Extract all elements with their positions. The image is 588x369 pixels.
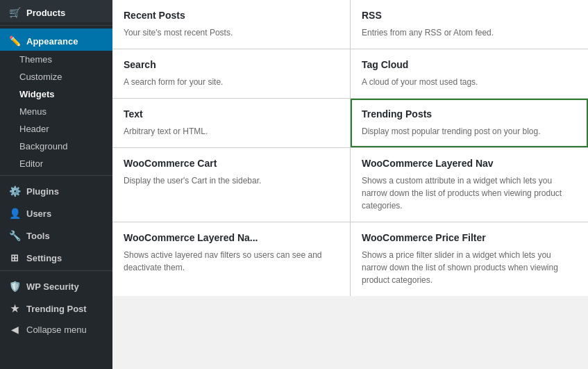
widget-title-woocommerce-layered-nav: WooCommerce Layered Nav <box>362 158 577 169</box>
sidebar-item-menus[interactable]: Menus <box>0 103 112 120</box>
sidebar-item-widgets[interactable]: Widgets <box>0 85 112 103</box>
settings-icon: ⊞ <box>8 252 21 263</box>
widget-card-recent-posts[interactable]: Recent Posts Your site's most recent Pos… <box>112 0 350 49</box>
widget-title-recent-posts: Recent Posts <box>124 10 339 21</box>
widget-desc-woocommerce-layered-nav: Shows a custom attribute in a widget whi… <box>362 174 577 212</box>
widget-card-search[interactable]: Search A search form for your site. <box>112 49 350 98</box>
sidebar-item-customize[interactable]: Customize <box>0 68 112 85</box>
widget-title-rss: RSS <box>362 10 577 21</box>
products-icon: 🛒 <box>8 7 21 18</box>
widget-desc-woocommerce-price-filter: Shows a price filter slider in a widget … <box>362 249 577 286</box>
widget-title-search: Search <box>124 59 339 70</box>
widget-desc-tag-cloud: A cloud of your most used tags. <box>362 76 577 88</box>
widget-card-trending-posts[interactable]: Trending Posts Display most popular tren… <box>351 99 588 147</box>
sidebar-item-users[interactable]: 👤 Users <box>0 201 112 223</box>
widget-card-text[interactable]: Text Arbitrary text or HTML. <box>112 99 350 147</box>
widget-desc-woocommerce-cart: Display the user's Cart in the sidebar. <box>124 174 339 187</box>
widget-desc-search: A search form for your site. <box>124 76 339 88</box>
sidebar-item-tools[interactable]: 🔧 Tools <box>0 223 112 245</box>
sidebar-item-appearance[interactable]: ✏️ Appearance <box>0 28 112 51</box>
widget-title-tag-cloud: Tag Cloud <box>362 59 577 70</box>
sidebar-item-products[interactable]: 🛒 Products <box>0 0 112 22</box>
sidebar-item-background[interactable]: Background <box>0 138 112 155</box>
main-content: Recent Posts Your site's most recent Pos… <box>112 0 588 369</box>
widget-card-woocommerce-price-filter[interactable]: WooCommerce Price Filter Shows a price f… <box>351 222 588 296</box>
widget-desc-rss: Entries from any RSS or Atom feed. <box>362 26 577 39</box>
widget-card-woocommerce-layered-na2[interactable]: WooCommerce Layered Na... Shows active l… <box>112 222 350 296</box>
widget-card-tag-cloud[interactable]: Tag Cloud A cloud of your most used tags… <box>351 49 588 98</box>
widget-card-rss[interactable]: RSS Entries from any RSS or Atom feed. <box>351 0 588 49</box>
sidebar-item-themes[interactable]: Themes <box>0 51 112 68</box>
widget-title-woocommerce-price-filter: WooCommerce Price Filter <box>362 232 577 243</box>
sidebar-item-settings[interactable]: ⊞ Settings <box>0 245 112 268</box>
sidebar-item-collapse-menu[interactable]: ◀ Collapse menu <box>0 318 112 341</box>
appearance-icon: ✏️ <box>8 35 21 47</box>
trending-icon: ★ <box>8 303 21 314</box>
tools-icon: 🔧 <box>8 230 21 241</box>
sidebar: 🛒 Products ✏️ Appearance Themes Customiz… <box>0 0 112 369</box>
widget-desc-recent-posts: Your site's most recent Posts. <box>124 26 339 39</box>
widget-title-text: Text <box>124 108 339 120</box>
users-icon: 👤 <box>8 208 21 219</box>
widget-card-woocommerce-layered-nav[interactable]: WooCommerce Layered Nav Shows a custom a… <box>351 148 588 222</box>
sidebar-item-editor[interactable]: Editor <box>0 155 112 172</box>
widget-desc-trending-posts: Display most popular trending post on yo… <box>362 125 577 138</box>
widget-title-trending-posts: Trending Posts <box>362 108 577 120</box>
security-icon: 🛡️ <box>8 281 21 292</box>
plugins-icon: ⚙️ <box>8 186 21 197</box>
widgets-grid: Recent Posts Your site's most recent Pos… <box>112 0 588 296</box>
widget-card-woocommerce-cart[interactable]: WooCommerce Cart Display the user's Cart… <box>112 148 350 222</box>
widget-desc-woocommerce-layered-na2: Shows active layered nav filters so user… <box>124 249 339 274</box>
sidebar-item-plugins[interactable]: ⚙️ Plugins <box>0 179 112 201</box>
sidebar-item-trending-post[interactable]: ★ Trending Post <box>0 296 112 318</box>
collapse-icon: ◀ <box>8 324 21 335</box>
widget-title-woocommerce-layered-na2: WooCommerce Layered Na... <box>124 232 339 243</box>
widget-desc-text: Arbitrary text or HTML. <box>124 125 339 138</box>
widget-title-woocommerce-cart: WooCommerce Cart <box>124 158 339 169</box>
sidebar-item-wp-security[interactable]: 🛡️ WP Security <box>0 274 112 296</box>
sidebar-item-header[interactable]: Header <box>0 120 112 138</box>
